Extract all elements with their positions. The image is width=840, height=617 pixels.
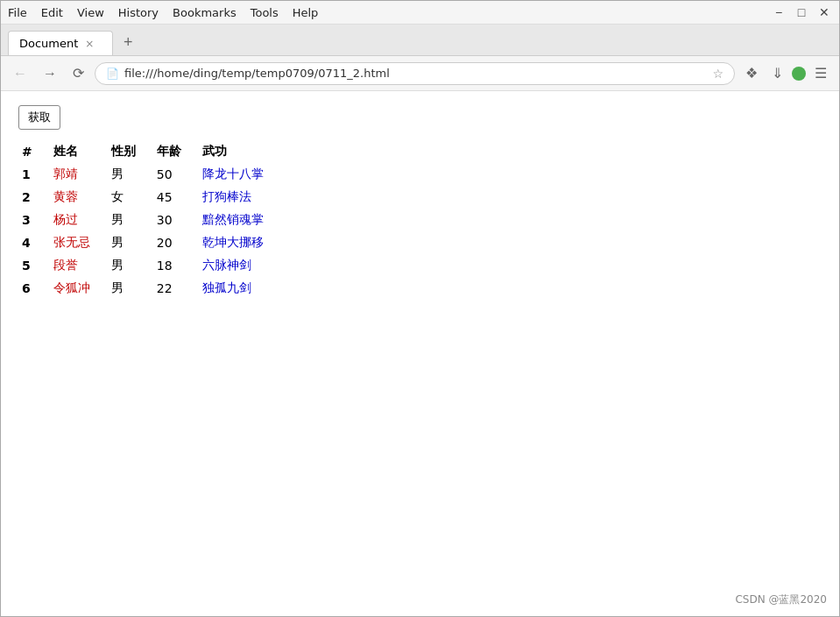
cell-name: 段誉 <box>50 254 108 277</box>
cell-num: 6 <box>18 277 50 300</box>
cell-age: 18 <box>153 254 199 277</box>
cell-name: 令狐冲 <box>50 277 108 300</box>
cell-gender: 男 <box>108 277 153 300</box>
cell-age: 50 <box>153 163 199 186</box>
toolbar-icons: ❖ ⇓ ☰ <box>740 61 832 85</box>
table-row: 3 杨过 男 30 黯然销魂掌 <box>18 209 281 231</box>
col-header-num: # <box>18 140 50 163</box>
new-tab-button[interactable]: + <box>116 30 140 55</box>
tabbar: Document × + <box>1 25 839 56</box>
cell-gender: 男 <box>108 254 153 277</box>
menu-view[interactable]: View <box>77 6 104 19</box>
cell-num: 5 <box>18 254 50 277</box>
page-content: 获取 # 姓名 性别 年龄 武功 1 郭靖 男 50 降龙十八掌 2 黄蓉 女 … <box>1 91 839 616</box>
table-row: 5 段誉 男 18 六脉神剑 <box>18 254 281 277</box>
cell-skill: 独孤九剑 <box>199 277 281 300</box>
cell-skill: 乾坤大挪移 <box>199 231 281 254</box>
menubar: File Edit View History Bookmarks Tools H… <box>1 1 839 25</box>
cell-name: 杨过 <box>50 209 108 231</box>
get-button[interactable]: 获取 <box>18 105 60 130</box>
address-bar[interactable]: 📄 file:///home/ding/temp/temp0709/0711_2… <box>95 62 735 85</box>
cell-gender: 男 <box>108 231 153 254</box>
menu-tools[interactable]: Tools <box>251 6 279 19</box>
cell-gender: 女 <box>108 186 153 209</box>
col-header-gender: 性别 <box>108 140 153 163</box>
cell-skill: 六脉神剑 <box>199 254 281 277</box>
cell-age: 30 <box>153 209 199 231</box>
reload-button[interactable]: ⟳ <box>67 61 89 85</box>
cell-age: 20 <box>153 231 199 254</box>
cell-age: 22 <box>153 277 199 300</box>
back-button[interactable]: ← <box>8 62 32 85</box>
bookmark-star[interactable]: ☆ <box>712 67 724 81</box>
tab-label: Document <box>19 37 78 50</box>
cell-num: 3 <box>18 209 50 231</box>
menu-button[interactable]: ☰ <box>809 61 832 85</box>
menu-edit[interactable]: Edit <box>41 6 63 19</box>
col-header-age: 年龄 <box>153 140 199 163</box>
cell-num: 1 <box>18 163 50 186</box>
table-row: 6 令狐冲 男 22 独孤九剑 <box>18 277 281 300</box>
browser-tab[interactable]: Document × <box>8 31 113 55</box>
close-button[interactable]: ✕ <box>816 4 832 20</box>
menu-help[interactable]: Help <box>293 6 319 19</box>
cell-age: 45 <box>153 186 199 209</box>
cell-num: 2 <box>18 186 50 209</box>
minimize-button[interactable]: − <box>771 4 787 20</box>
menu-history[interactable]: History <box>118 6 159 19</box>
window-controls: − □ ✕ <box>771 4 832 20</box>
tab-close-button[interactable]: × <box>85 38 94 50</box>
cell-gender: 男 <box>108 209 153 231</box>
cell-skill: 打狗棒法 <box>199 186 281 209</box>
cell-num: 4 <box>18 231 50 254</box>
col-header-name: 姓名 <box>50 140 108 163</box>
maximize-button[interactable]: □ <box>794 4 809 20</box>
cell-skill: 降龙十八掌 <box>199 163 281 186</box>
cell-name: 黄蓉 <box>50 186 108 209</box>
table-row: 1 郭靖 男 50 降龙十八掌 <box>18 163 281 186</box>
watermark: CSDN @蓝黑2020 <box>735 592 827 607</box>
cell-gender: 男 <box>108 163 153 186</box>
menu-bookmarks[interactable]: Bookmarks <box>173 6 236 19</box>
cell-name: 张无忌 <box>50 231 108 254</box>
pocket-button[interactable]: ❖ <box>740 61 763 85</box>
table-row: 4 张无忌 男 20 乾坤大挪移 <box>18 231 281 254</box>
col-header-skill: 武功 <box>199 140 281 163</box>
download-button[interactable]: ⇓ <box>766 61 788 85</box>
page-icon: 📄 <box>106 67 119 80</box>
cell-skill: 黯然销魂掌 <box>199 209 281 231</box>
toolbar: ← → ⟳ 📄 file:///home/ding/temp/temp0709/… <box>1 56 839 91</box>
address-text: file:///home/ding/temp/temp0709/0711_2.h… <box>124 67 707 80</box>
data-table: # 姓名 性别 年龄 武功 1 郭靖 男 50 降龙十八掌 2 黄蓉 女 45 … <box>18 140 281 300</box>
table-row: 2 黄蓉 女 45 打狗棒法 <box>18 186 281 209</box>
status-indicator <box>792 67 806 81</box>
cell-name: 郭靖 <box>50 163 108 186</box>
forward-button[interactable]: → <box>38 62 62 85</box>
menu-file[interactable]: File <box>8 6 27 19</box>
